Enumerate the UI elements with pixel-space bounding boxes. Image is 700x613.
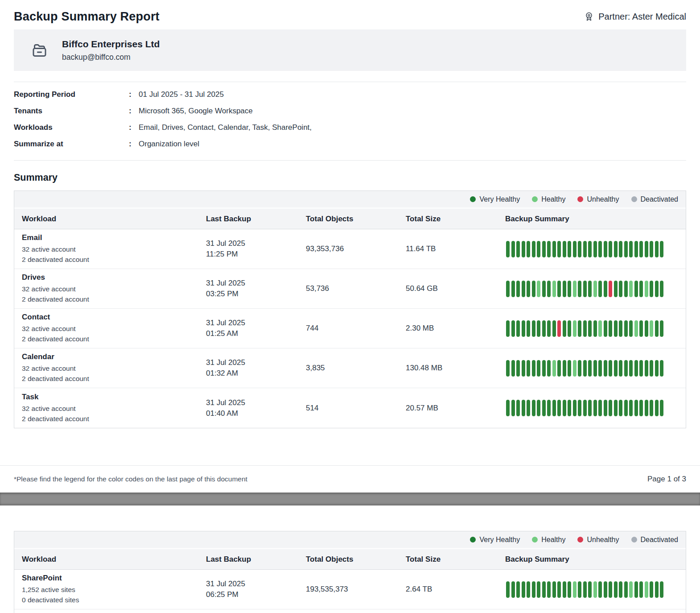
status-bar-very-healthy [650, 360, 653, 377]
status-bar-very-healthy [516, 400, 520, 416]
status-bar-very-healthy [557, 360, 561, 377]
workload-deactivated-count: 2 deactivated account [22, 414, 206, 424]
status-bar-healthy [537, 281, 540, 297]
total-size-cell: 20.57 MB [406, 388, 505, 428]
status-bar-very-healthy [578, 360, 581, 377]
status-bar-very-healthy [593, 320, 597, 337]
status-bar-very-healthy [557, 400, 561, 416]
status-bar-very-healthy [609, 360, 612, 377]
table-row: SharePoint1,252 active sites0 deactivate… [14, 570, 686, 609]
legend-item: Very Healthy [470, 195, 520, 203]
status-bar-very-healthy [563, 360, 566, 377]
status-bar-healthy [593, 281, 597, 297]
column-header-total-size: Total Size [406, 215, 505, 224]
backup-summary-cell [505, 269, 686, 308]
status-bar-very-healthy [593, 360, 597, 377]
status-bar-very-healthy [645, 360, 648, 377]
status-bar-very-healthy [588, 320, 592, 337]
status-bar-very-healthy [578, 400, 581, 416]
status-bar-very-healthy [568, 281, 571, 297]
legend-label: Healthy [541, 195, 565, 203]
status-bar-very-healthy [511, 320, 515, 337]
very-healthy-dot-icon [470, 537, 476, 543]
workload-cell: SharePoint1,252 active sites0 deactivate… [22, 570, 206, 609]
table-row: Task32 active account2 deactivated accou… [14, 388, 686, 428]
last-backup-date: 31 Jul 2025 [206, 398, 306, 408]
status-bar-very-healthy [598, 281, 602, 297]
status-bar-very-healthy [609, 581, 612, 598]
status-bar-very-healthy [639, 360, 643, 377]
status-bar-very-healthy [516, 320, 520, 337]
status-bar-very-healthy [557, 281, 561, 297]
status-bar-very-healthy [568, 581, 571, 598]
status-bar-very-healthy [506, 320, 510, 337]
status-bar-very-healthy [619, 360, 622, 377]
status-bar-very-healthy [573, 241, 576, 257]
status-bar-very-healthy [614, 581, 618, 598]
status-bar-very-healthy [542, 320, 546, 337]
status-bar-very-healthy [593, 241, 597, 257]
status-bar-very-healthy [542, 581, 546, 598]
partner-info: Partner: Aster Medical [584, 12, 686, 22]
meta-label: Summarize at [14, 140, 129, 149]
divider [14, 160, 686, 161]
status-bar-very-healthy [588, 281, 592, 297]
status-bar-very-healthy [650, 400, 653, 416]
last-backup-date: 31 Jul 2025 [206, 278, 306, 289]
status-bar-very-healthy [660, 581, 663, 598]
legend-label: Unhealthy [587, 536, 619, 544]
deactivated-dot-icon [631, 537, 637, 543]
meta-label: Reporting Period [14, 90, 129, 99]
status-bar-very-healthy [578, 581, 581, 598]
meta-row-summarize-at: Summarize at : Organization level [14, 136, 686, 152]
status-bar-very-healthy [624, 360, 628, 377]
status-bar-very-healthy [639, 400, 643, 416]
status-bar-very-healthy [604, 360, 607, 377]
status-bar-very-healthy [660, 360, 663, 377]
status-bar-very-healthy [542, 281, 546, 297]
status-bar-very-healthy [619, 320, 622, 337]
status-bar-very-healthy [527, 360, 530, 377]
status-bar-very-healthy [568, 241, 571, 257]
workload-name: Task [22, 393, 206, 402]
column-header-last-backup: Last Backup [206, 215, 306, 224]
total-objects-cell: 744 [306, 309, 406, 348]
table-body: SharePoint1,252 active sites0 deactivate… [14, 570, 686, 609]
backup-health-strip [506, 281, 686, 297]
status-bar-very-healthy [629, 320, 633, 337]
status-bar-very-healthy [634, 241, 638, 257]
status-bar-very-healthy [542, 241, 546, 257]
status-bar-very-healthy [645, 320, 648, 337]
status-bar-very-healthy [650, 241, 653, 257]
column-header-total-size: Total Size [406, 555, 505, 564]
last-backup-time: 11:25 PM [206, 249, 306, 260]
status-bar-very-healthy [568, 320, 571, 337]
last-backup-cell: 31 Jul 202501:40 AM [206, 388, 306, 428]
status-bar-very-healthy [537, 360, 540, 377]
total-size-cell: 2.64 TB [406, 570, 505, 609]
last-backup-cell: 31 Jul 202506:25 PM [206, 570, 306, 609]
status-bar-very-healthy [660, 400, 663, 416]
meta-value: 01 Jul 2025 - 31 Jul 2025 [139, 90, 686, 99]
status-bar-very-healthy [609, 320, 612, 337]
status-bar-very-healthy [532, 581, 535, 598]
page-title: Backup Summary Report [14, 10, 160, 24]
workload-active-count: 32 active account [22, 403, 206, 414]
status-bar-very-healthy [604, 281, 607, 297]
status-bar-very-healthy [624, 581, 628, 598]
status-bar-very-healthy [547, 281, 551, 297]
legend-label: Unhealthy [587, 195, 619, 203]
status-bar-very-healthy [532, 241, 535, 257]
table-row: Calendar32 active account2 deactivated a… [14, 348, 686, 388]
total-objects-cell: 53,736 [306, 269, 406, 308]
status-bar-very-healthy [532, 400, 535, 416]
workload-active-count: 32 active account [22, 244, 206, 254]
status-bar-very-healthy [511, 360, 515, 377]
legend-item: Unhealthy [577, 536, 619, 544]
meta-label: Tenants [14, 107, 129, 116]
meta-value: Email, Drives, Contact, Calendar, Task, … [139, 123, 686, 132]
meta-row-workloads: Workloads : Email, Drives, Contact, Cale… [14, 119, 686, 136]
status-bar-very-healthy [660, 281, 663, 297]
unhealthy-dot-icon [577, 537, 583, 543]
status-bar-healthy [629, 281, 633, 297]
